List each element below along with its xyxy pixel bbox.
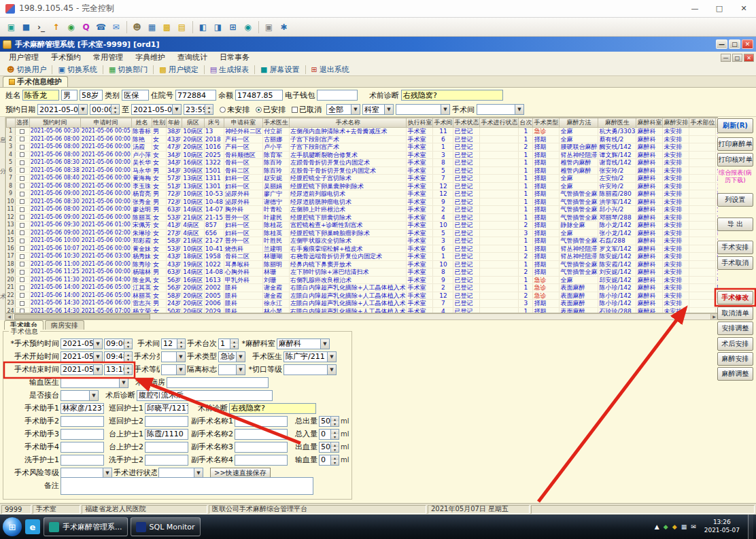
spinner-icon[interactable]: ▴▾ bbox=[177, 339, 185, 349]
row-select-checkbox[interactable] bbox=[15, 292, 29, 300]
pre-diag-field[interactable]: 右残隐窝? bbox=[229, 403, 316, 414]
table-row[interactable]: 182021-05-06 11:002021-05-06 00:00陈秀珍女43… bbox=[7, 260, 719, 268]
switch-user-button[interactable]: ☻切换用户 bbox=[3, 64, 50, 75]
spinner-icon[interactable]: ▴▾ bbox=[330, 455, 339, 465]
monitor-icon[interactable]: ■ bbox=[19, 20, 33, 34]
date-to-select[interactable]: 2021-05-08▼ bbox=[131, 104, 182, 115]
table-row[interactable]: 222021-05-06 14:002021-05-06 05:00林丽英女58… bbox=[7, 292, 719, 300]
isolation-select[interactable]: ▼ bbox=[218, 364, 245, 375]
radio-arranged[interactable]: 已安排 bbox=[256, 105, 286, 115]
row-select-checkbox[interactable] bbox=[15, 253, 29, 261]
column-header[interactable]: 手术类型 bbox=[533, 118, 560, 128]
patient-gender-field[interactable]: 男 bbox=[61, 90, 78, 101]
screen-share-icon[interactable]: ▣ bbox=[4, 20, 18, 34]
chevron-down-icon[interactable]: ▼ bbox=[441, 105, 449, 114]
spinner-icon[interactable]: ▴▾ bbox=[124, 352, 132, 362]
spinner-icon[interactable]: ▴▾ bbox=[111, 105, 119, 114]
scrollbar-thumb[interactable] bbox=[14, 314, 150, 319]
chevron-down-icon[interactable]: ▼ bbox=[78, 105, 87, 114]
column-header[interactable]: 手术间 bbox=[433, 118, 453, 128]
chevron-down-icon[interactable]: ▼ bbox=[89, 391, 98, 400]
table-row[interactable]: 32021-05-06 08:002021-05-06 00:00汤霞女47岁2… bbox=[7, 143, 719, 152]
camera-icon[interactable]: ◉ bbox=[241, 20, 255, 34]
surgeon-select[interactable]: 陈广宇/211▼ bbox=[284, 351, 337, 362]
search-icon[interactable]: Q bbox=[79, 20, 93, 34]
assistant1-field[interactable]: 林家彦/1237 bbox=[61, 403, 104, 414]
chevron-down-icon[interactable]: ▼ bbox=[515, 105, 523, 114]
row-select-checkbox[interactable] bbox=[15, 190, 29, 198]
cancel-list-button[interactable]: 取消清单 bbox=[717, 307, 753, 320]
tray-mail-icon[interactable]: ✉ bbox=[691, 523, 696, 530]
chevron-down-icon[interactable]: ▼ bbox=[93, 339, 102, 349]
room-input[interactable]: 12▴▾ bbox=[161, 338, 186, 349]
table-row[interactable]: 92021-05-06 09:002021-05-06 00:00杨育亮男72岁… bbox=[7, 190, 719, 198]
balance-field[interactable]: 17487.85 bbox=[235, 90, 283, 101]
tour2-field[interactable] bbox=[145, 416, 188, 427]
tray-green-icon[interactable]: ◆ bbox=[664, 523, 668, 530]
chevron-down-icon[interactable]: ▼ bbox=[236, 352, 245, 362]
tools-icon[interactable]: ✱ bbox=[277, 20, 291, 34]
anes-dept-select[interactable]: 麻醉科▼ bbox=[277, 338, 330, 349]
start-button[interactable]: ⊞ bbox=[3, 517, 22, 536]
remark-textarea[interactable] bbox=[61, 477, 313, 495]
mdi-minimize-button[interactable]: — bbox=[721, 54, 731, 62]
time-from-input[interactable]: 00:00▴▾ bbox=[90, 104, 120, 115]
menu-daily-affairs[interactable]: 日常事务 bbox=[213, 52, 256, 63]
column-header[interactable]: 手术部位 bbox=[689, 118, 716, 128]
out-total-input[interactable]: 50▴▾ bbox=[319, 416, 339, 427]
table-row[interactable]: 132021-05-06 09:302021-05-06 01:00宋佩芳女41… bbox=[7, 222, 719, 230]
column-header[interactable]: 性别 bbox=[152, 118, 166, 128]
show-desktop-button[interactable] bbox=[748, 515, 753, 539]
start-time-input[interactable]: 09:48▴▾ bbox=[104, 351, 133, 362]
table-row[interactable]: 122021-05-06 09:002021-05-06 00:00陈丽英女53… bbox=[7, 213, 719, 222]
chevron-down-icon[interactable]: ▼ bbox=[236, 365, 245, 375]
spinner-icon[interactable]: ▴▾ bbox=[124, 339, 132, 349]
chevron-down-icon[interactable]: ▼ bbox=[93, 365, 102, 375]
chevron-down-icon[interactable]: ▼ bbox=[327, 365, 336, 375]
chevron-down-icon[interactable]: ▼ bbox=[176, 365, 185, 375]
close-button[interactable]: ✕ bbox=[732, 0, 756, 18]
network-icon[interactable]: ▦ bbox=[145, 20, 159, 34]
checkbox-cancelled[interactable]: 已取消 bbox=[292, 105, 322, 115]
radio-unarranged[interactable]: 未安排 bbox=[220, 105, 250, 115]
row-select-checkbox[interactable] bbox=[15, 229, 29, 237]
wash2-field[interactable] bbox=[145, 455, 188, 466]
row-select-checkbox[interactable] bbox=[15, 268, 29, 277]
switch-system-button[interactable]: ▣切换系统 bbox=[54, 64, 101, 75]
postop-arrange-button[interactable]: 术后安排 bbox=[717, 337, 753, 351]
app-maximize-button[interactable]: □ bbox=[729, 39, 740, 49]
app-close-button[interactable]: ✕ bbox=[742, 39, 753, 49]
surgery-table[interactable]: 选择预约时间申请时间姓名性别年龄病区床号申请科室手术医生手术名称执行科室手术间手… bbox=[5, 117, 718, 313]
spinner-icon[interactable]: ▴▾ bbox=[124, 365, 132, 375]
chevron-down-icon[interactable]: ▼ bbox=[384, 105, 393, 114]
row-select-checkbox[interactable] bbox=[15, 237, 29, 245]
power-icon[interactable]: ◉ bbox=[64, 20, 78, 34]
scroll-left-icon[interactable]: ◀ bbox=[6, 314, 13, 319]
column-header[interactable]: 申请科室 bbox=[224, 118, 262, 128]
adjust-arrangement-button[interactable]: 安排调整 bbox=[717, 321, 753, 335]
column-settings-button[interactable]: 列设置 bbox=[717, 193, 753, 207]
post-diag-field[interactable]: 腹腔引流术后 bbox=[137, 390, 273, 401]
table2-field[interactable] bbox=[145, 442, 188, 453]
turn-input[interactable]: 1▴▾ bbox=[218, 338, 239, 349]
spinner-icon[interactable]: ▴▾ bbox=[330, 417, 339, 426]
column-header[interactable]: 台次 bbox=[519, 118, 533, 128]
table-row[interactable]: 72021-05-06 08:402021-05-06 00:00黄海梅女57岁… bbox=[7, 175, 719, 183]
chevron-down-icon[interactable]: ▼ bbox=[320, 339, 329, 349]
row-select-checkbox[interactable] bbox=[15, 182, 29, 190]
chevron-down-icon[interactable]: ▼ bbox=[119, 378, 128, 387]
spinner-icon[interactable]: ▴▾ bbox=[330, 430, 339, 439]
time-to-input[interactable]: 23:59▴▾ bbox=[184, 104, 213, 115]
table-row[interactable]: 192021-05-06 11:252021-05-06 00:00杨瑞林男63… bbox=[7, 268, 719, 277]
column-header[interactable]: 麻醉医生 bbox=[598, 118, 636, 128]
copy-icon[interactable]: ▣ bbox=[262, 20, 276, 34]
menu-dictionary-maintain[interactable]: 字典维护 bbox=[129, 52, 171, 63]
row-select-checkbox[interactable] bbox=[15, 276, 29, 284]
cancel-surgery-button[interactable]: 手术取消 bbox=[717, 256, 753, 270]
tray-yellow-icon[interactable]: ◆ bbox=[672, 523, 677, 530]
column-header[interactable]: 病区 bbox=[182, 118, 204, 128]
table1-field[interactable]: 陈霞/1110 bbox=[145, 429, 188, 440]
dept-select[interactable]: 科室▼ bbox=[362, 104, 394, 115]
maximize-button[interactable]: □ bbox=[707, 0, 732, 18]
task-sql-monitor-button[interactable]: SQL Monitor bbox=[131, 517, 201, 536]
